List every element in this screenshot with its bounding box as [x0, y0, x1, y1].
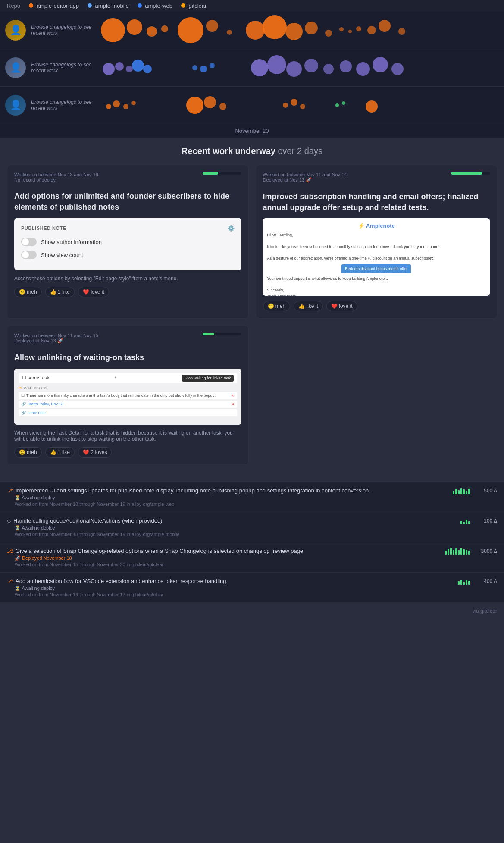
avatar-2: 👤 — [5, 57, 26, 78]
svg-point-32 — [356, 62, 370, 76]
commit-1-title-text: Implemented UI and settings updates for … — [16, 487, 370, 494]
cards-grid-top: Worked on between Nov 18 and Nov 19.No r… — [7, 165, 497, 319]
svg-point-4 — [178, 17, 203, 43]
card2-progress-fill — [451, 172, 482, 175]
dot-orange-icon — [29, 3, 33, 8]
card2-reaction-love[interactable]: ❤️ love it — [326, 301, 357, 311]
svg-point-47 — [366, 100, 378, 113]
nav-label-ample-web: ample-web — [145, 3, 172, 9]
visualization-area: 👤 Browse changelogs to see recent work — [0, 12, 504, 138]
card2-title: Improved subscription handling and email… — [263, 191, 490, 213]
card3-reaction-like[interactable]: 👍 1 like — [45, 447, 75, 458]
nav-item-gitclear[interactable]: gitclear — [181, 3, 207, 9]
card2-reaction-like[interactable]: 👍 like it — [294, 301, 323, 311]
card-published-notes: Worked on between Nov 18 and Nov 19.No r… — [7, 165, 249, 319]
bar — [466, 520, 467, 524]
svg-point-20 — [126, 66, 133, 72]
commit-3-title: ⎇ Give a selection of Snap Changelog-rel… — [7, 548, 440, 554]
widget-title: PUBLISHED NOTE — [21, 226, 66, 231]
commit-3-status: 🚀 Deployed November 18 — [7, 555, 440, 561]
bar — [460, 488, 462, 494]
svg-point-9 — [285, 23, 303, 40]
viz-info-text-1: Browse changelogs to see recent work — [31, 24, 96, 36]
commit-4-title: ⎇ Add authentication flow for VSCode ext… — [7, 578, 453, 584]
nav-item-ample-editor-app[interactable]: ample-editor-app — [29, 3, 79, 9]
branch-icon-3: ⎇ — [7, 548, 13, 554]
bar — [468, 489, 470, 494]
svg-point-6 — [227, 30, 232, 35]
commit-3-right: 3000 Δ — [445, 548, 497, 555]
commit-2-content: ◇ Handle calling queueAdditionalNoteActi… — [7, 517, 455, 537]
commit-2-title-text: Handle calling queueAdditionalNoteAction… — [13, 517, 162, 524]
card2-reaction-meh[interactable]: 😐 meh — [263, 301, 291, 311]
nav-item-ample-mobile[interactable]: ample-mobile — [88, 3, 129, 9]
card3-meta: Worked on between Nov 11 and Nov 15.Depl… — [14, 333, 100, 344]
card-unlink-tasks: Worked on between Nov 11 and Nov 15.Depl… — [7, 326, 249, 464]
svg-point-8 — [263, 15, 287, 39]
card3-progress — [203, 333, 241, 335]
svg-point-44 — [300, 104, 305, 109]
viz-bubbles-1 — [96, 15, 504, 45]
bar — [460, 521, 462, 524]
task-item-2-close[interactable]: ✕ — [231, 402, 235, 407]
svg-point-25 — [210, 63, 215, 68]
svg-point-12 — [339, 27, 344, 31]
svg-point-16 — [379, 20, 391, 32]
card1-reaction-meh[interactable]: 😐 meh — [14, 287, 42, 297]
viz-info-text-2: Browse changelogs to see recent work — [31, 62, 96, 74]
svg-point-21 — [132, 60, 144, 72]
gear-icon[interactable]: ⚙️ — [227, 225, 235, 232]
bar — [468, 521, 470, 524]
svg-point-14 — [356, 26, 361, 31]
footer-text: via gitclear — [473, 608, 497, 614]
task-item-1-close[interactable]: ✕ — [231, 393, 235, 398]
bar — [453, 550, 454, 555]
card1-progress-fill — [203, 172, 218, 175]
svg-point-1 — [127, 19, 142, 35]
avatar-1: 👤 — [5, 20, 26, 41]
commit-3-title-text: Give a selection of Snap Changelog-relat… — [16, 548, 303, 554]
card1-reactions: 😐 meh 👍 1 like ❤️ love it — [14, 287, 241, 297]
svg-point-37 — [123, 104, 128, 109]
task-popup[interactable]: Stop waiting for linked task — [182, 375, 233, 382]
card1-reaction-love[interactable]: ❤️ love it — [78, 287, 109, 297]
svg-point-24 — [200, 66, 207, 72]
toggle-author[interactable] — [21, 238, 37, 246]
svg-point-42 — [283, 103, 288, 108]
expand-icon: ∧ — [114, 375, 117, 381]
svg-point-34 — [391, 63, 404, 75]
card3-caption: When viewing the Task Detail for a task … — [14, 430, 241, 442]
commit-1-right: 500 Δ — [453, 487, 497, 494]
commit-item-2: ◇ Handle calling queueAdditionalNoteActi… — [0, 512, 504, 542]
card1-caption: Access these options by selecting "Edit … — [14, 276, 241, 282]
bar — [458, 550, 460, 555]
task-item-3: 🔗 some note — [19, 409, 237, 416]
commit-1-title: ⎇ Implemented UI and settings updates fo… — [7, 487, 448, 494]
email-logo: ⚡ Amplenote — [267, 223, 486, 229]
commit-2-delta: 100 Δ — [473, 518, 497, 524]
task-header-row: ☐ some task ∧ Stop waiting for linked ta… — [19, 373, 237, 383]
commit-4-right: 400 Δ — [458, 578, 497, 585]
widget-header: PUBLISHED NOTE ⚙️ — [21, 225, 235, 232]
svg-point-29 — [304, 59, 318, 72]
viz-date: November 20 — [0, 124, 504, 138]
avatar-3: 👤 — [5, 95, 26, 116]
bar — [453, 491, 454, 494]
svg-point-11 — [325, 30, 332, 37]
card3-reaction-meh[interactable]: 😐 meh — [14, 447, 42, 458]
nav-item-ample-web[interactable]: ample-web — [138, 3, 172, 9]
task-item-1: ☐ There are more than fifty characters i… — [19, 392, 237, 399]
svg-point-2 — [147, 26, 157, 37]
commit-3-content: ⎇ Give a selection of Snap Changelog-rel… — [7, 548, 440, 567]
card1-reaction-like[interactable]: 👍 1 like — [45, 287, 75, 297]
email-body: Hi Mr. Harding, It looks like you've bee… — [267, 232, 486, 296]
commit-3-bars — [445, 548, 470, 555]
viz-info-2: Browse changelogs to see recent work — [31, 62, 96, 74]
card3-reaction-love[interactable]: ❤️ 2 loves — [78, 447, 112, 458]
bar — [458, 581, 460, 585]
card1-progress-bar — [203, 172, 241, 175]
svg-point-39 — [186, 97, 203, 114]
commit-1-status: ⏳ Awaiting deploy — [7, 495, 448, 501]
dot-blue-icon — [138, 3, 142, 8]
toggle-viewcount[interactable] — [21, 251, 37, 259]
